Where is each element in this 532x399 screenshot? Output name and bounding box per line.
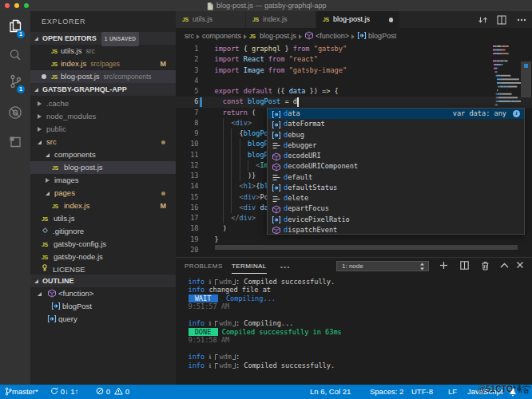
minimize-window-button[interactable] (14, 3, 19, 8)
suggest-item-default[interactable]: default (268, 172, 524, 183)
suggest-item-dateFormat[interactable]: dateFormat (268, 119, 524, 129)
suggest-label: dispatchEvent (284, 225, 337, 235)
terminal-text: 9:51:58 AM (189, 336, 230, 344)
suggest-label: defaultStatus (284, 183, 337, 193)
code-token: { (244, 45, 252, 53)
close-panel-icon[interactable] (516, 261, 524, 269)
suggest-label: delete (284, 193, 308, 203)
suggest-item-departFocus[interactable]: departFocus (268, 203, 524, 214)
suggest-item-dispatchEvent[interactable]: dispatchEvent (268, 225, 524, 235)
tab-problems[interactable]: PROBLEMS (185, 261, 223, 272)
suggest-item-defaultStatus[interactable]: defaultStatus (268, 183, 524, 193)
editor-horizontal-scrollbar[interactable] (215, 245, 518, 250)
indentation-status[interactable]: Spaces: 2 (370, 385, 403, 399)
section-open-editors[interactable]: OPEN EDITORS1 UNSAVED (30, 32, 176, 45)
encoding-status[interactable]: UTF-8 (411, 385, 433, 399)
line-number: 6 (176, 97, 199, 107)
breadcrumb-item[interactable]: src (185, 28, 194, 44)
code-token (215, 119, 232, 127)
tree-item-.cache[interactable]: .cache (30, 97, 176, 110)
open-changes-icon[interactable] (478, 15, 488, 25)
tree-item-public[interactable]: public (30, 123, 176, 136)
tab-terminal[interactable]: TERMINAL (232, 261, 267, 274)
tree-item-nodemodules[interactable]: node_modules (30, 110, 176, 123)
panel-more-tabs-icon[interactable]: ••• (280, 263, 291, 271)
editor-tab-index.js[interactable]: JSindex.js (246, 11, 316, 28)
breadcrumb-item[interactable]: components (202, 28, 241, 44)
git-branch-status[interactable]: master* (5, 385, 38, 399)
code-token: div (240, 214, 252, 222)
code-text: </div> (215, 213, 256, 223)
tree-item-pages[interactable]: pages (30, 187, 176, 200)
suggest-item-decodeURI[interactable]: decodeURI (268, 151, 524, 161)
zoom-window-button[interactable] (24, 3, 29, 8)
js-file-icon: JS (52, 162, 62, 175)
suggest-item-data[interactable]: datavar data: anyi (268, 109, 524, 119)
terminal-text: info (189, 319, 209, 327)
editor-tab-blog-post.js[interactable]: JSblog-post.js (316, 11, 400, 28)
terminal-text: Compiled successfully in 63ms (218, 328, 342, 336)
breadcrumb-item[interactable]: <function> (304, 28, 349, 44)
suggest-info-icon[interactable]: i (513, 110, 520, 117)
kill-terminal-icon[interactable] (481, 261, 490, 271)
js-file-icon: JS (52, 200, 62, 213)
open-editor-item[interactable]: JSblog-post.jssrc/components (30, 70, 176, 83)
tree-item-gatsby-node.js[interactable]: JSgatsby-node.js (30, 251, 176, 263)
tab-dirty-indicator[interactable] (389, 18, 394, 22)
activity-bar-item-extensions[interactable] (0, 129, 30, 158)
outline-item-blogPost[interactable]: blogPost (30, 300, 176, 313)
section-project[interactable]: GATSBY-GRAPHQL-APP (30, 83, 176, 96)
suggest-label: departFocus (284, 203, 329, 214)
tree-item-src[interactable]: src (30, 136, 176, 148)
breadcrumb-item[interactable]: JSblog-post.js (249, 28, 296, 45)
activity-bar-item-debug[interactable] (0, 100, 30, 128)
line-number: 14 (176, 181, 199, 192)
problems-status[interactable]: 0 0 (96, 385, 129, 399)
maximize-panel-icon[interactable] (500, 263, 509, 268)
editor-tab-utils.js[interactable]: JSutils.js (176, 11, 246, 28)
new-terminal-icon[interactable] (439, 261, 448, 270)
tree-item-blog-post.js[interactable]: JSblog-post.js (30, 161, 176, 174)
suggest-label-rest: ebugger (288, 141, 316, 149)
suggest-item-debugger[interactable]: debugger (268, 140, 524, 151)
more-actions-icon[interactable] (517, 18, 526, 22)
tree-item-components[interactable]: components (30, 148, 176, 161)
code-line-3: 3import Image from "gatsby-image" (176, 65, 532, 76)
terminal-picker-dropdown[interactable]: 1: node (336, 261, 429, 271)
suggest-item-debug[interactable]: debug (268, 130, 524, 140)
close-window-button[interactable] (5, 3, 10, 8)
open-editor-item[interactable]: JSutils.jssrc (30, 45, 176, 57)
tree-label: gatsby-config.js (54, 238, 106, 251)
activity-bar-item-search[interactable] (0, 42, 30, 71)
cursor-position-status[interactable]: Ln 6, Col 21 (310, 385, 351, 399)
suggest-method-icon (272, 205, 280, 214)
split-terminal-icon[interactable] (460, 261, 469, 270)
activity-bar-item-explorer[interactable]: 1 (0, 14, 30, 42)
suggest-label: decodeURI (284, 151, 321, 161)
suggest-item-devicePixelRatio[interactable]: devicePixelRatio (268, 215, 524, 225)
tree-label: gatsby-node.js (54, 251, 103, 263)
code-token: from (268, 66, 289, 74)
activity-bar-item-source-control[interactable]: 1 (0, 69, 30, 97)
suggest-item-delete[interactable]: delete (268, 193, 524, 203)
twisty-icon (46, 178, 50, 183)
split-editor-icon[interactable] (497, 15, 506, 25)
tree-item-.gitignore[interactable]: .gitignore (30, 225, 176, 238)
tree-item-images[interactable]: images (30, 174, 176, 187)
outline-item-function[interactable]: <function> (30, 287, 176, 300)
tree-item-index.js[interactable]: JSindex.jsM (30, 200, 176, 212)
twisty-icon (46, 153, 50, 157)
sync-icon (50, 387, 58, 395)
section-outline[interactable]: OUTLINE (30, 275, 176, 287)
breadcrumb-item[interactable]: blogPost (357, 28, 396, 44)
eol-status[interactable]: LF (448, 385, 457, 399)
tree-item-gatsby-config.js[interactable]: JSgatsby-config.js (30, 238, 176, 251)
sync-status[interactable]: 0↓ 1↑ (50, 385, 78, 399)
outline-label: blogPost (62, 300, 92, 313)
terminal-line: info ℹ wdm: Compiling... (189, 319, 294, 328)
tree-item-utils.js[interactable]: JSutils.js (30, 212, 176, 225)
open-editor-item[interactable]: JSindex.jssrc/pagesM (30, 57, 176, 70)
outline-item-query[interactable]: query (30, 313, 176, 326)
suggest-item-decodeURIComponent[interactable]: decodeURIComponent (268, 161, 524, 172)
corner-bracket-left (215, 279, 218, 285)
